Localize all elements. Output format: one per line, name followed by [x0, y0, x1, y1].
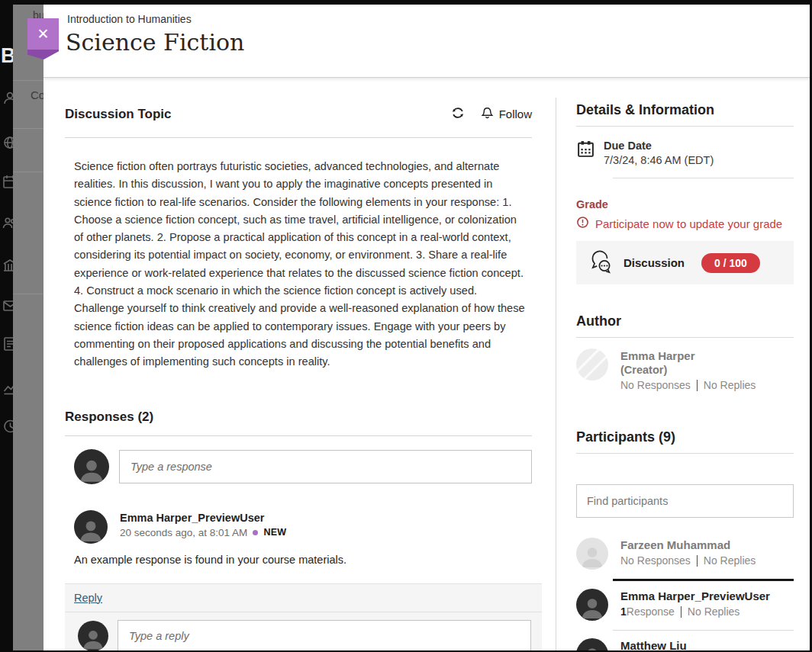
author-row: Emma Harper (Creator) No Responses No Re… [576, 348, 794, 391]
response-compose-row [65, 449, 532, 484]
global-nav-rail: B [0, 0, 13, 652]
participant-row[interactable]: Matthew Liu 1 Response No Replies [576, 638, 794, 650]
grades-icon[interactable] [2, 379, 13, 396]
reply-compose-row [65, 612, 542, 650]
discussion-panel: Introduction to Humanities Science Ficti… [44, 5, 810, 650]
responses-heading: Responses (2) [65, 410, 532, 425]
participant-row[interactable]: Emma Harper_PreviewUser 1 Response No Re… [576, 589, 794, 621]
reply-input[interactable] [118, 620, 531, 650]
profile-icon[interactable] [2, 90, 13, 107]
participant-divider [613, 630, 794, 631]
author-role: (Creator) [620, 364, 756, 376]
new-badge: NEW [263, 527, 286, 538]
reply-section: Reply [65, 583, 542, 650]
calendar-icon [576, 140, 595, 166]
refresh-icon [450, 105, 466, 123]
discussion-prompt: Science fiction often portrays futuristi… [74, 158, 526, 371]
participant-avatar [576, 638, 608, 650]
participant-name: Emma Harper_PreviewUser [620, 589, 770, 602]
bell-icon [480, 106, 495, 123]
participant-responses-stat: No Responses [620, 554, 691, 567]
details-sidebar: Details & Information Due Date 7/3/24 [576, 92, 794, 650]
breadcrumb: Introduction to Humanities [67, 13, 192, 25]
participant-response-count: 1 [620, 605, 627, 618]
close-button[interactable]: ✕ [27, 18, 59, 50]
participant-name: Matthew Liu [620, 639, 740, 650]
participant-divider-strong [613, 579, 794, 581]
calendar-icon[interactable] [2, 174, 13, 191]
activity-icon[interactable] [2, 336, 13, 352]
reply-link[interactable]: Reply [74, 592, 102, 604]
messages-icon[interactable] [2, 297, 13, 314]
response-body: An example response is found in your cou… [74, 554, 532, 566]
response-card: Emma Harper_PreviewUser 20 seconds ago, … [65, 510, 532, 566]
grade-warning-text: Participate now to update your grade [595, 217, 782, 230]
author-avatar [576, 348, 608, 381]
find-participants-input[interactable] [576, 484, 794, 518]
discussion-main-column: Discussion Topic [65, 76, 532, 650]
participant-avatar [576, 538, 608, 570]
response-author-avatar [74, 510, 108, 544]
brand-logo: B [1, 44, 13, 68]
participant-row[interactable]: Farzeen Muhammad No Responses No Replies [576, 538, 794, 570]
current-user-avatar [74, 449, 109, 484]
follow-label: Follow [499, 108, 532, 120]
close-icon: ✕ [37, 25, 50, 43]
discussion-topic-heading: Discussion Topic [65, 107, 172, 122]
people-icon[interactable] [2, 215, 13, 232]
grade-item-box: Discussion 0 / 100 [576, 241, 794, 284]
details-heading: Details & Information [576, 92, 794, 127]
participant-replies-stat: No Replies [704, 554, 756, 567]
participant-replies-stat: No Replies [688, 605, 740, 618]
response-timestamp: 20 seconds ago, at 8:01 AM [120, 527, 247, 538]
due-date-label: Due Date [604, 140, 714, 152]
due-date-value: 7/3/24, 8:46 AM (EDT) [604, 154, 714, 166]
panel-header: Introduction to Humanities Science Ficti… [44, 5, 810, 78]
discussion-bubbles-icon [587, 248, 614, 278]
globe-icon[interactable] [2, 134, 13, 151]
author-name: Emma Harper [620, 349, 756, 362]
current-user-avatar [78, 621, 108, 650]
stat-separator [697, 555, 698, 567]
stat-separator [681, 606, 682, 618]
grade-score-pill: 0 / 100 [701, 253, 760, 273]
author-heading: Author [576, 303, 794, 338]
response-author-name: Emma Harper_PreviewUser [120, 512, 286, 524]
participants-heading: Participants (9) [576, 419, 794, 454]
author-replies-stat: No Replies [704, 379, 756, 391]
author-responses-stat: No Responses [620, 379, 691, 391]
column-divider [556, 98, 556, 650]
page-scrim: bu Co [13, 5, 44, 650]
participant-avatar [576, 589, 608, 621]
participant-responses-stat: Response [627, 605, 675, 618]
follow-button[interactable]: Follow [480, 106, 532, 123]
page-title: Science Fiction [66, 29, 244, 56]
grade-label: Grade [576, 198, 794, 210]
divider [613, 178, 794, 178]
participant-name: Farzeen Muhammad [620, 538, 756, 551]
app-window: B bu Co ✕ Intro [0, 0, 812, 652]
background-nav-fragment: Co [31, 88, 44, 101]
new-indicator-dot [253, 530, 258, 535]
institution-icon[interactable] [2, 258, 13, 275]
refresh-button[interactable] [450, 105, 466, 123]
divider [65, 137, 532, 138]
grade-item-label: Discussion [624, 256, 685, 269]
grade-warning: Participate now to update your grade [576, 216, 794, 231]
divider [65, 435, 532, 436]
response-input[interactable] [119, 450, 532, 483]
due-date-row: Due Date 7/3/24, 8:46 AM (EDT) [576, 140, 794, 166]
warning-icon [576, 216, 589, 231]
recent-icon[interactable] [2, 418, 13, 435]
stat-separator [697, 380, 698, 391]
